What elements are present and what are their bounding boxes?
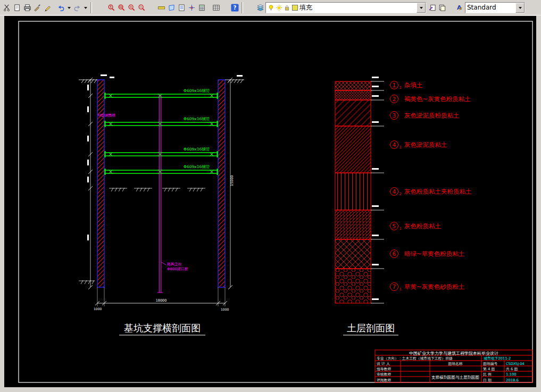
- new-button[interactable]: [12, 2, 22, 13]
- point-icon: [188, 4, 196, 12]
- cad-drawing[interactable]: Φ609x16钢管 Φ609x16钢管 Φ609x16钢管: [4, 16, 536, 387]
- layer-previous-icon: [428, 4, 436, 12]
- layers-stack-icon: [256, 4, 264, 12]
- text-style-icon: A: [455, 4, 463, 12]
- soil-profile-drawing: 1 1 杂填土 2 褐黄色~灰黄色粉质粘土 3 灰色淤泥质粉质粘土: [335, 77, 472, 335]
- elevation-text-marks: [372, 77, 379, 300]
- toolbar-separator: [90, 2, 92, 13]
- strut-label: Φ609x16钢管: [184, 88, 210, 93]
- undo-icon: [57, 4, 65, 12]
- layer-combo-value: 填充: [299, 4, 312, 11]
- layer-previous-button[interactable]: [427, 2, 437, 13]
- dim-bottom-right: 1000: [221, 307, 229, 311]
- school-line: 中国矿业大学力学与建筑工程学院本科毕业设计: [409, 351, 498, 356]
- left-diaphragm-wall: [97, 80, 104, 287]
- undo-button[interactable]: [56, 2, 66, 13]
- matchprop-icon: [34, 4, 41, 12]
- right-diaphragm-wall: [218, 80, 225, 287]
- layer-number: 1: [393, 82, 396, 88]
- bulb-icon: [268, 4, 274, 11]
- soil-title: 土层剖面图: [347, 322, 395, 333]
- dropdown-arrow-icon: [68, 7, 71, 11]
- measure-icon: [157, 4, 165, 12]
- layer-number: 3: [393, 113, 396, 119]
- pencil-button[interactable]: [43, 2, 53, 13]
- cut-button[interactable]: [2, 2, 12, 13]
- toolbar: ?: [0, 0, 541, 15]
- matchprop-button[interactable]: [32, 2, 43, 13]
- layer-states-icon: [438, 4, 446, 12]
- area-button[interactable]: [167, 2, 177, 13]
- redo-dropdown-button[interactable]: [82, 2, 89, 13]
- dim-right: 15000: [230, 175, 234, 186]
- dropdown-arrow-icon: [84, 7, 87, 11]
- layer-label: 暗绿~草黄色粉质粘土: [404, 250, 465, 257]
- layer-label: 灰色粉质粘土: [404, 222, 442, 230]
- list-button[interactable]: [177, 2, 187, 13]
- soil-layer-callout-5: 4 2 灰色粉质粘土夹粉质粘土: [390, 188, 472, 197]
- zoom-window-button[interactable]: [116, 2, 127, 13]
- advisor-label: 指导教师: [376, 367, 391, 371]
- soil-layer-callout-7: 6 暗绿~草黄色粉质粘土: [390, 250, 465, 258]
- center-pile: 格构立柱 Φ800灌注桩: [157, 95, 188, 293]
- strut-label: Φ609x16钢管: [184, 116, 210, 121]
- layer-label: 褐黄色~灰黄色粉质粘土: [404, 95, 471, 103]
- title-block: 中国矿业大学力学与建筑工程学院本科毕业设计 专业（方向）：土木工程（城市地下工程…: [375, 350, 532, 382]
- sheet-no-label: 图纸编号: [483, 362, 497, 366]
- soil-layer-callout-4: 4 1 灰色淤泥质粘土: [390, 141, 448, 150]
- layer-leader-lines: [371, 81, 384, 303]
- layer-number: 7: [393, 284, 396, 290]
- help-icon: ?: [231, 4, 239, 12]
- strut-label: Φ609x16钢管: [184, 147, 210, 152]
- text-style-button[interactable]: A: [454, 2, 464, 13]
- date-value: 2018.6: [506, 378, 519, 382]
- dim-bottom-left: 1000: [94, 307, 102, 311]
- soil-layer-callout-6: 5 1 灰色粉质粘土: [390, 222, 442, 231]
- soil-layer-callout-8: 7 1 草黄~灰黄色砂质粉土: [390, 283, 465, 292]
- layer-subscript: 1: [399, 86, 402, 90]
- print-icon: [23, 4, 31, 12]
- layer-number: 4: [393, 189, 396, 195]
- drawing-area[interactable]: Φ609x16钢管 Φ609x16钢管 Φ609x16钢管: [4, 16, 536, 387]
- layer-combo-dropdown[interactable]: [417, 3, 426, 13]
- major-value: 城市地下2011-2: [483, 356, 511, 361]
- print-button[interactable]: [22, 2, 32, 13]
- lock-icon: [284, 4, 290, 11]
- sun-icon: [276, 4, 282, 11]
- layer-subscript: 1: [399, 145, 402, 149]
- layer-states-button[interactable]: [437, 2, 447, 13]
- designer-label: 设 计 人: [377, 362, 390, 366]
- table-button[interactable]: [211, 2, 221, 13]
- point-button[interactable]: [187, 2, 197, 13]
- pit-section-drawing: Φ609x16钢管 Φ609x16钢管 Φ609x16钢管: [79, 74, 244, 335]
- scale-label: 比 例: [483, 372, 492, 377]
- help-button[interactable]: ?: [230, 2, 240, 13]
- pile-label-line1: 格构立柱: [167, 262, 182, 266]
- undo-dropdown-button[interactable]: [66, 2, 72, 13]
- redo-button[interactable]: [72, 2, 82, 13]
- zoom-realtime-button[interactable]: [106, 2, 116, 13]
- layers-button[interactable]: [255, 2, 265, 13]
- table-icon: [212, 4, 220, 12]
- style-combo-value: Standard: [467, 4, 496, 11]
- style-combo[interactable]: Standard: [465, 2, 525, 13]
- zoom-out-icon: [138, 4, 146, 12]
- name-label: 图纸名称: [448, 362, 462, 366]
- drawing-name: 支撑横剖面图与土层剖面图: [431, 375, 479, 380]
- checker-label: 审核教师: [377, 372, 391, 377]
- calc-button[interactable]: [197, 2, 207, 13]
- zoom-realtime-icon: [107, 4, 115, 12]
- zoom-window-icon: [118, 4, 126, 12]
- bottom-dimension: 1000 18000 1000: [94, 287, 229, 311]
- style-combo-dropdown[interactable]: [515, 3, 525, 13]
- layer-number: 6: [393, 251, 396, 257]
- zoom-out-button[interactable]: [137, 2, 147, 13]
- soil-layer-callout-2: 2 褐黄色~灰黄色粉质粘土: [390, 95, 471, 103]
- paper-frame: [19, 21, 532, 382]
- measure-button[interactable]: [156, 2, 167, 13]
- major-label: 专业（方向）：土木工程（城市地下工程）班级: [377, 356, 453, 361]
- layer-combo[interactable]: 填充: [265, 2, 426, 13]
- right-dimension: 15000: [228, 78, 234, 289]
- zoom-in-button[interactable]: [127, 2, 137, 13]
- waler-label: H型钢围檩: [98, 113, 115, 118]
